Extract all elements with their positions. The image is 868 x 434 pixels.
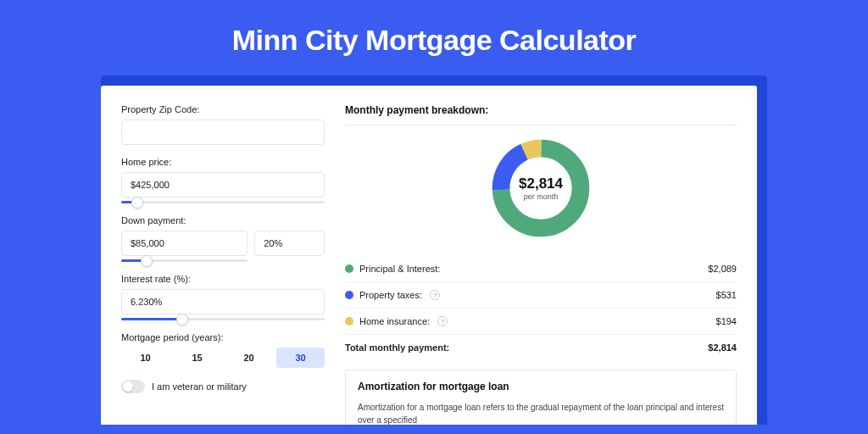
period-30-button[interactable]: 30 [276,348,325,368]
zip-field: Property Zip Code: [121,104,325,145]
amortization-title: Amortization for mortgage loan [358,381,724,392]
slider-thumb[interactable] [141,255,153,267]
period-buttons: 10 15 20 30 [121,348,325,368]
down-payment-percent-input[interactable] [254,231,325,256]
interest-rate-slider[interactable] [121,318,325,320]
breakdown-title: Monthly payment breakdown: [345,104,737,125]
period-10-button[interactable]: 10 [121,348,170,368]
zip-label: Property Zip Code: [121,104,325,114]
slider-fill [121,318,182,320]
down-payment-slider[interactable] [121,259,248,262]
line-amount: $531 [716,290,737,300]
donut-sub: per month [524,192,559,201]
down-payment-amount-input[interactable] [121,231,248,256]
down-payment-label: Down payment: [121,215,325,225]
line-taxes: Property taxes: ? $531 [345,282,737,309]
donut-amount: $2,814 [519,175,563,192]
interest-rate-input[interactable] [121,289,325,314]
period-15-button[interactable]: 15 [173,348,221,368]
breakdown-panel: Monthly payment breakdown: $2,814 per mo… [345,104,737,425]
form-panel: Property Zip Code: Home price: Down paym… [121,104,325,425]
interest-rate-label: Interest rate (%): [121,274,325,284]
total-amount: $2,814 [708,342,737,353]
donut-chart: $2,814 per month [488,136,593,241]
line-principal: Principal & Interest: $2,089 [345,256,737,282]
amortization-text: Amortization for a mortgage loan refers … [358,401,724,425]
line-amount: $2,089 [708,264,737,274]
card-shadow: Property Zip Code: Home price: Down paym… [101,75,767,425]
veteran-row: I am veteran or military [121,380,325,393]
line-label: Property taxes: [359,290,422,300]
donut-chart-wrap: $2,814 per month [345,136,737,241]
dot-yellow-icon [345,317,353,326]
home-price-input[interactable] [121,172,325,198]
slider-thumb[interactable] [176,314,188,326]
help-icon[interactable]: ? [437,316,448,326]
period-label: Mortgage period (years): [121,332,325,342]
amortization-box: Amortization for mortgage loan Amortizat… [345,370,737,425]
total-label: Total monthly payment: [345,342,449,353]
home-price-field: Home price: [121,157,325,203]
home-price-label: Home price: [121,157,325,167]
line-amount: $194 [716,316,737,326]
line-insurance: Home insurance: ? $194 [345,309,737,335]
help-icon[interactable]: ? [430,290,440,300]
veteran-toggle[interactable] [121,380,145,393]
period-20-button[interactable]: 20 [225,348,273,368]
line-label: Principal & Interest: [359,264,440,274]
veteran-label: I am veteran or military [152,381,247,392]
line-total: Total monthly payment: $2,814 [345,335,737,364]
period-field: Mortgage period (years): 10 15 20 30 [121,332,325,368]
dot-blue-icon [345,291,353,299]
interest-rate-field: Interest rate (%): [121,274,325,320]
down-payment-field: Down payment: [121,215,325,262]
home-price-slider[interactable] [121,201,325,203]
slider-thumb[interactable] [131,197,143,209]
hero: Minn City Mortgage Calculator [0,0,868,75]
calculator-card: Property Zip Code: Home price: Down paym… [101,86,757,425]
line-label: Home insurance: [359,316,430,326]
zip-input[interactable] [121,120,325,145]
donut-center: $2,814 per month [488,136,593,241]
page-title: Minn City Mortgage Calculator [0,24,868,57]
dot-green-icon [345,264,353,273]
